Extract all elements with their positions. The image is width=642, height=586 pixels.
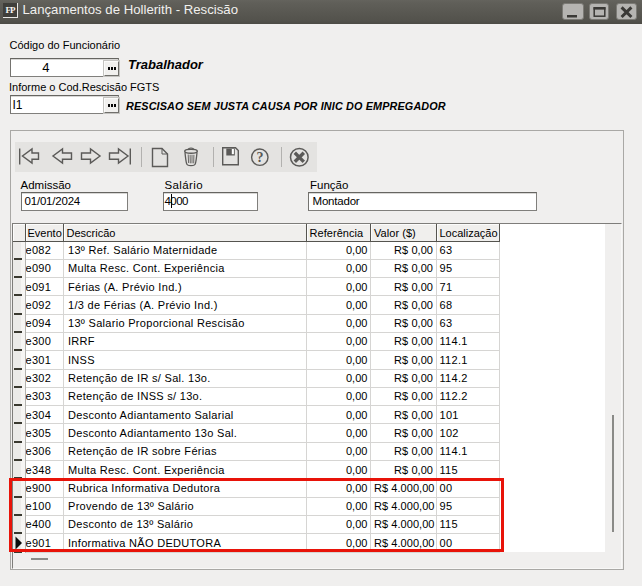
svg-text:?: ? (256, 150, 263, 165)
